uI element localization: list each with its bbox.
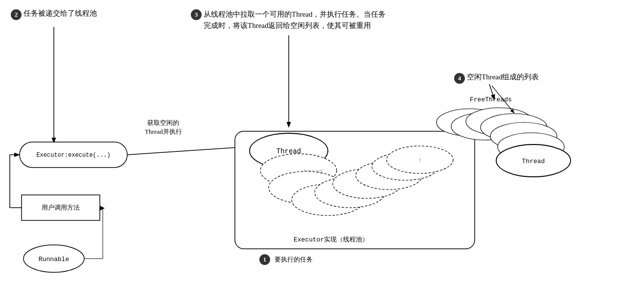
diagram-container: 2 任务被递交给了线程池 3 从线程池中拉取一个可用的Thread，并执行任务。… [0,0,644,288]
svg-line-2 [489,84,494,99]
executor-label: Executor:execute(...) [36,152,110,159]
user-method-label: 用户调用方法 [42,204,80,211]
svg-line-13 [127,147,245,155]
svg-marker-9 [100,206,105,211]
runnable-label: Runnable [39,256,69,263]
free-thread-main-label: Thread [522,158,545,165]
executor-impl-label: Executor实现（线程池） [294,236,368,243]
svg-text:T: T [418,158,421,164]
main-diagram-svg: Executor:execute(...) 用户调用方法 Runnable Ex… [0,0,644,288]
